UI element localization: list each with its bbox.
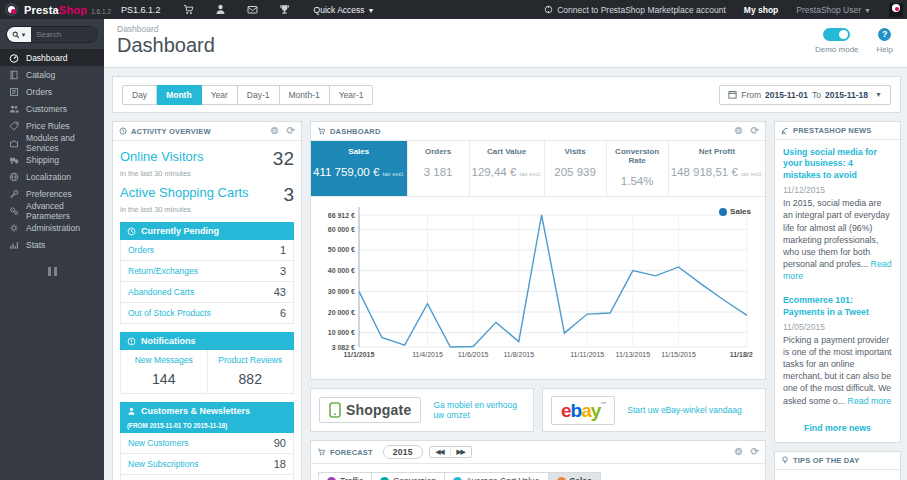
sidebar-item-administration[interactable]: Administration xyxy=(0,219,104,236)
news-article: Ecommerce 101: Payments in a Tweet 11/05… xyxy=(783,295,892,407)
shopgate-ad-link[interactable]: Ga mobiel en verhoog uw omzet xyxy=(433,400,525,420)
panel-settings-icon[interactable]: ⚙ xyxy=(734,126,743,136)
date-range-picker[interactable]: From 2015-11-01 To 2015-11-18 ▼ xyxy=(719,85,891,105)
next-year-button[interactable]: ▶▶ xyxy=(450,447,471,457)
customer-icon[interactable] xyxy=(215,4,226,15)
localization-icon xyxy=(9,172,19,182)
legend-traffic[interactable]: Traffic xyxy=(318,472,372,480)
ebay-ad-link[interactable]: Start uw eBay-winkel vandaag xyxy=(627,405,741,415)
news-article-title[interactable]: Ecommerce 101: Payments in a Tweet xyxy=(783,295,892,318)
trophy-icon[interactable] xyxy=(279,4,290,15)
main-area: Dashboard Dashboard Demo mode ? Help Day… xyxy=(104,19,907,480)
filter-month-1-button[interactable]: Month-1 xyxy=(280,85,330,105)
chevron-down-icon: ▼ xyxy=(875,91,882,98)
new-messages-cell[interactable]: New Messages 144 xyxy=(120,350,208,394)
brand-presta: Presta xyxy=(24,4,59,16)
demo-mode-label: Demo mode xyxy=(815,45,859,54)
new-subscriptions-row[interactable]: New Subscriptions18 xyxy=(120,454,294,475)
forecast-year[interactable]: 2015 xyxy=(383,445,423,459)
shopgate-phone-icon xyxy=(329,402,341,418)
sidebar-item-price-rules[interactable]: Price Rules xyxy=(0,117,104,134)
panel-refresh-icon[interactable]: ⟳ xyxy=(750,447,759,457)
filter-month-button[interactable]: Month xyxy=(157,85,202,105)
help-icon[interactable]: ? xyxy=(878,28,891,41)
breadcrumb[interactable]: Dashboard xyxy=(117,24,159,34)
online-visitors-link[interactable]: Online Visitors xyxy=(120,149,204,164)
sidebar-item-stats[interactable]: Stats xyxy=(0,236,104,253)
active-carts-value: 3 xyxy=(283,185,294,204)
user-menu[interactable]: PrestaShop User▼ xyxy=(796,5,871,15)
sidebar-item-dashboard[interactable]: Dashboard xyxy=(0,49,104,66)
legend-average-cart-value[interactable]: Average Cart Value xyxy=(445,472,548,480)
sidebar-item-localization[interactable]: Localization xyxy=(0,168,104,185)
filter-year-button[interactable]: Year xyxy=(202,85,238,105)
active-carts-link[interactable]: Active Shopping Carts xyxy=(120,185,249,200)
my-shop-link[interactable]: My shop xyxy=(744,5,778,15)
panel-refresh-icon[interactable]: ⟳ xyxy=(750,126,759,136)
sidebar-item-preferences[interactable]: Preferences xyxy=(0,185,104,202)
svg-text:11/18/2015: 11/18/2015 xyxy=(730,351,753,358)
administration-icon xyxy=(9,223,19,233)
search-input[interactable] xyxy=(31,27,97,42)
sidebar-search[interactable]: ▼ xyxy=(6,26,98,43)
sidebar: ▼ Dashboard Catalog Orders Customers Pri… xyxy=(0,19,104,480)
user-avatar[interactable] xyxy=(889,3,903,17)
news-article: Using social media for your business: 4 … xyxy=(783,147,892,282)
sidebar-item-customers[interactable]: Customers xyxy=(0,100,104,117)
shopgate-ad: Shopgate Ga mobiel en verhoog uw omzet xyxy=(310,388,534,432)
product-reviews-cell[interactable]: Product Reviews 882 xyxy=(208,350,295,394)
sidebar-item-modules[interactable]: Modules and Services xyxy=(0,134,104,151)
brand-name: PrestaShop xyxy=(24,4,87,16)
messages-icon[interactable] xyxy=(247,4,258,15)
page-header: Dashboard Dashboard Demo mode ? Help xyxy=(104,19,907,68)
sales-legend-label: Sales xyxy=(730,207,751,216)
svg-text:60 000 €: 60 000 € xyxy=(328,226,355,233)
pending-orders-row[interactable]: Orders1 xyxy=(120,240,294,261)
kpi-net-profit[interactable]: Net Profit 148 918,51 € tax excl. xyxy=(669,141,765,196)
sidebar-item-advanced-parameters[interactable]: Advanced Parameters xyxy=(0,202,104,219)
advanced-parameters-icon xyxy=(9,206,19,216)
kpi-conversion-rate[interactable]: Conversion Rate 1.54% xyxy=(607,141,669,196)
pending-returns-row[interactable]: Return/Exchanges3 xyxy=(120,261,294,282)
news-article-title[interactable]: Using social media for your business: 4 … xyxy=(783,147,892,181)
find-more-news-link[interactable]: Find more news xyxy=(783,423,892,433)
stats-icon xyxy=(9,240,19,250)
new-customers-row[interactable]: New Customers90 xyxy=(120,433,294,454)
legend-sales[interactable]: Sales xyxy=(549,472,601,480)
top-bar: PrestaShop 1.6.1.2 PS1.6.1.2 Quick Acces… xyxy=(0,0,907,19)
chevron-down-icon: ▼ xyxy=(21,32,27,38)
sidebar-item-shipping[interactable]: Shipping xyxy=(0,151,104,168)
kpi-orders[interactable]: Orders 3 181 xyxy=(408,141,470,196)
panel-refresh-icon[interactable]: ⟳ xyxy=(286,126,295,136)
filter-day-1-button[interactable]: Day-1 xyxy=(238,85,280,105)
quick-access-menu[interactable]: Quick Access▼ xyxy=(314,5,375,15)
previous-year-button[interactable]: ◀◀ xyxy=(430,447,450,457)
demo-mode-toggle[interactable] xyxy=(823,28,850,41)
sidebar-item-catalog[interactable]: Catalog xyxy=(0,66,104,83)
sales-chart: 66 912 €60 000 €50 000 €40 000 €30 000 €… xyxy=(311,197,765,379)
kpi-cart-value[interactable]: Cart Value 129,44 € tax excl. xyxy=(470,141,545,196)
out-of-stock-row[interactable]: Out of Stock Products6 xyxy=(120,303,294,324)
legend-conversion[interactable]: Conversion xyxy=(372,472,445,480)
filter-day-button[interactable]: Day xyxy=(122,85,157,105)
read-more-link[interactable]: Read more xyxy=(848,396,892,406)
marketplace-link[interactable]: Connect to PrestaShop Marketplace accoun… xyxy=(544,5,726,15)
panel-title: TIPS OF THE DAY xyxy=(793,456,859,465)
dashboard-icon xyxy=(9,53,19,63)
sidebar-item-orders[interactable]: Orders xyxy=(0,83,104,100)
panel-settings-icon[interactable]: ⚙ xyxy=(270,126,279,136)
panel-settings-icon[interactable]: ⚙ xyxy=(734,447,743,457)
filter-year-1-button[interactable]: Year-1 xyxy=(330,85,374,105)
brand-version: 1.6.1.2 xyxy=(91,8,111,15)
search-scope-dropdown[interactable]: ▼ xyxy=(7,27,31,42)
kpi-visits[interactable]: Visits 205 939 xyxy=(545,141,607,196)
active-carts-sub: in the last 30 minutes xyxy=(120,205,294,214)
abandoned-carts-row[interactable]: Abandoned Carts43 xyxy=(120,282,294,303)
price-rules-icon xyxy=(9,121,19,131)
cart-icon[interactable] xyxy=(183,4,194,15)
sidebar-collapse-button[interactable] xyxy=(42,267,62,276)
total-subscribers-row[interactable]: Total Subscribers1308 xyxy=(120,475,294,480)
kpi-sales[interactable]: Sales 411 759,00 € tax excl. xyxy=(311,141,408,196)
rss-icon xyxy=(781,127,789,135)
chart-legend[interactable]: Sales xyxy=(719,207,751,216)
